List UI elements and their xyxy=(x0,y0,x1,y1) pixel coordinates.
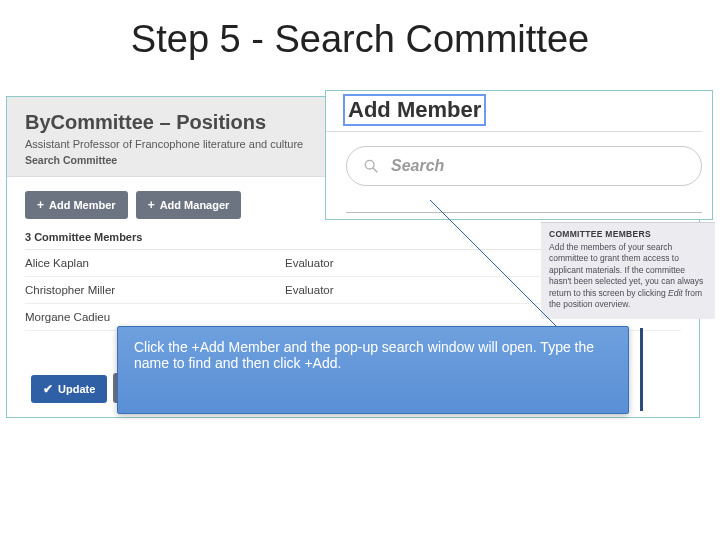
member-name: Alice Kaplan xyxy=(25,257,285,269)
divider xyxy=(326,131,702,132)
accent-bar xyxy=(640,328,643,411)
add-manager-button[interactable]: + Add Manager xyxy=(136,191,242,219)
search-input[interactable] xyxy=(389,156,685,176)
update-label: Update xyxy=(58,383,95,395)
callout-text: Click the +Add Member and the pop-up sea… xyxy=(134,339,594,371)
check-icon: ✔ xyxy=(43,382,53,396)
slide-title: Step 5 - Search Committee xyxy=(0,0,720,61)
update-button[interactable]: ✔ Update xyxy=(31,375,107,403)
member-name: Morgane Cadieu xyxy=(25,311,285,323)
svg-line-1 xyxy=(373,168,377,172)
add-member-popup: Add Member xyxy=(325,90,713,220)
search-icon xyxy=(363,158,379,174)
instruction-callout: Click the +Add Member and the pop-up sea… xyxy=(117,326,629,414)
plus-icon: + xyxy=(37,198,44,212)
popup-title: Add Member xyxy=(346,97,483,123)
add-manager-label: Add Manager xyxy=(160,199,230,211)
add-member-button[interactable]: + Add Member xyxy=(25,191,128,219)
member-name: Christopher Miller xyxy=(25,284,285,296)
helper-title: COMMITTEE MEMBERS xyxy=(549,229,707,239)
plus-icon: + xyxy=(148,198,155,212)
member-role: Evaluator xyxy=(285,284,425,296)
add-member-label: Add Member xyxy=(49,199,116,211)
divider xyxy=(346,212,702,213)
member-role: Evaluator xyxy=(285,257,425,269)
helper-text: Add the members of your search committee… xyxy=(549,242,707,311)
search-field-wrapper[interactable] xyxy=(346,146,702,186)
helper-panel: COMMITTEE MEMBERS Add the members of you… xyxy=(541,222,715,319)
